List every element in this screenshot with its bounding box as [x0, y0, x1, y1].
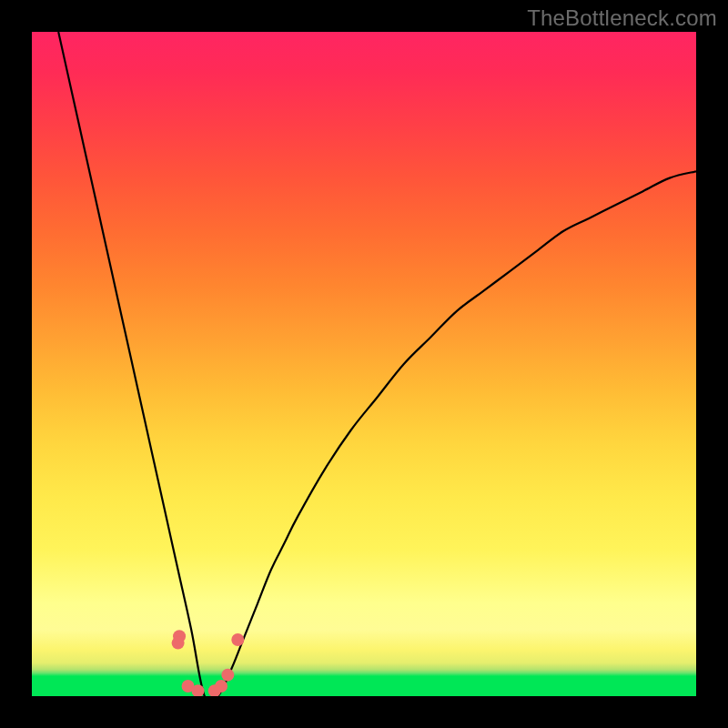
marker-dot	[231, 633, 244, 646]
chart-svg	[32, 32, 696, 696]
bottleneck-curve	[58, 32, 696, 696]
marker-dot	[215, 680, 228, 693]
marker-dot	[221, 669, 234, 682]
marker-dot	[172, 637, 185, 650]
plot-area	[32, 32, 696, 696]
watermark-text: TheBottleneck.com	[527, 5, 717, 31]
chart-root: TheBottleneck.com	[0, 0, 728, 728]
